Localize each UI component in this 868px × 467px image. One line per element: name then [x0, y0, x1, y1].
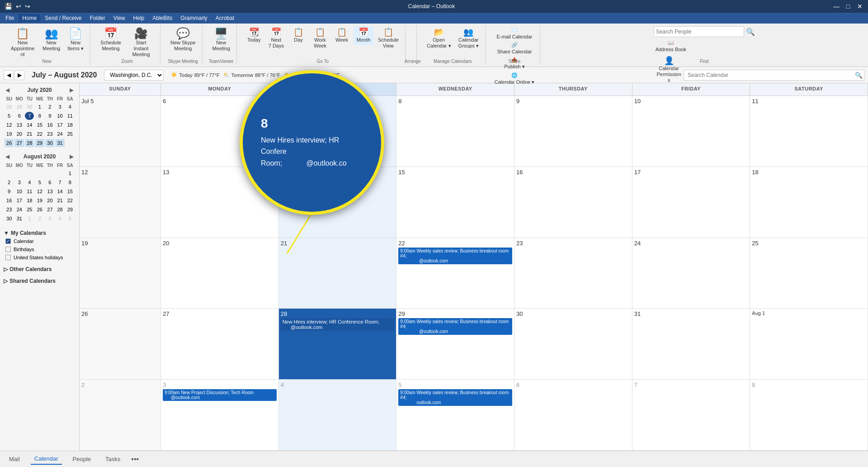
schedule-meeting-button[interactable]: 📅 ScheduleMeeting	[98, 26, 124, 53]
july-day-22[interactable]: 20	[14, 130, 24, 138]
email-calendar-button[interactable]: ✉️ E-mail Calendar	[493, 26, 537, 40]
menu-file[interactable]: File	[2, 14, 18, 22]
minimize-btn[interactable]: —	[832, 2, 841, 11]
cell-jul21[interactable]: 21	[279, 238, 397, 309]
search-people-icon[interactable]: 🔍	[746, 28, 755, 36]
shared-calendars-header[interactable]: ▷ Shared Calendars	[4, 277, 75, 285]
menu-home[interactable]: Home	[19, 14, 40, 22]
calendar-groups-button[interactable]: 👥 CalendarGroups ▾	[456, 26, 481, 51]
july-day-9[interactable]: 7	[25, 112, 34, 120]
july-day-2[interactable]: 30	[25, 103, 34, 111]
july-day-18[interactable]: 16	[45, 121, 54, 129]
aug-prev-btn[interactable]: ◀	[4, 153, 11, 160]
aug-day-8[interactable]: 3	[14, 178, 24, 186]
save-icon[interactable]: 💾	[4, 2, 13, 11]
aug-day-33[interactable]: 28	[55, 205, 64, 214]
location-select[interactable]: Washington, D.C.	[104, 70, 164, 81]
nav-calendar[interactable]: Calendar	[31, 453, 62, 465]
cell-jul15[interactable]: 15	[396, 167, 514, 238]
aug-day-37[interactable]: 1	[25, 214, 34, 223]
maximize-btn[interactable]: □	[844, 2, 853, 11]
cal-item-calendar[interactable]: ✓ Calendar	[4, 237, 75, 245]
july-day-3[interactable]: 1	[35, 103, 44, 111]
aug-day-15[interactable]: 10	[14, 187, 24, 195]
event-aug5[interactable]: 9:00am Weekly sales review; Business bre…	[398, 389, 512, 406]
aug-day-23[interactable]: 18	[25, 196, 34, 205]
aug-day-24[interactable]: 19	[35, 196, 44, 205]
aug-day-26[interactable]: 21	[55, 196, 64, 205]
aug-day-31[interactable]: 26	[35, 205, 44, 214]
july-day-23[interactable]: 21	[25, 130, 34, 138]
today-button[interactable]: 📆 Today	[244, 26, 264, 45]
undo-icon[interactable]: ↩	[15, 2, 22, 11]
cell-jul24[interactable]: 24	[632, 238, 750, 309]
cell-jul12[interactable]: 12	[80, 167, 161, 238]
july-day-8[interactable]: 6	[14, 112, 24, 120]
aug-day-28[interactable]: 23	[5, 205, 14, 214]
event-jul28[interactable]: New Hires interview; HR Conference Room;…	[281, 318, 395, 331]
july-day-5[interactable]: 3	[55, 103, 64, 111]
other-calendars-header[interactable]: ▷ Other Calendars	[4, 265, 75, 273]
menu-view[interactable]: View	[110, 14, 129, 22]
cell-jul31[interactable]: 31	[632, 309, 750, 379]
aug-day-13[interactable]: 8	[66, 178, 75, 186]
month-view-button[interactable]: 📅 Month	[354, 26, 373, 45]
new-appointment-button[interactable]: 📋 NewAppointment	[7, 26, 38, 60]
cell-jul19[interactable]: 19	[80, 238, 161, 309]
address-book-button[interactable]: 📖 Address Book	[654, 39, 688, 53]
cell-jul9[interactable]: 9	[514, 96, 632, 167]
menu-grammarly[interactable]: Grammarly	[177, 14, 211, 22]
july-day-0[interactable]: 28	[5, 103, 14, 111]
cell-jul27[interactable]: 27	[161, 309, 279, 379]
july-day-26[interactable]: 24	[55, 130, 64, 138]
july-day-11[interactable]: 9	[45, 112, 54, 120]
redo-icon[interactable]: ↪	[24, 2, 31, 11]
aug-day-27[interactable]: 22	[66, 196, 75, 205]
nav-people[interactable]: People	[69, 454, 94, 464]
cal-birthdays-checkbox[interactable]	[5, 247, 11, 252]
aug-day-22[interactable]: 17	[14, 196, 24, 205]
cell-jul25[interactable]: 25	[750, 238, 868, 309]
july-day-29[interactable]: 27	[14, 139, 24, 147]
cell-jul29[interactable]: 29 9:00am Weekly sales review; Business …	[396, 309, 514, 379]
menu-help[interactable]: Help	[130, 14, 148, 22]
share-calendar-button[interactable]: 🔗 Share Calendar	[493, 41, 537, 55]
july-day-34[interactable]	[66, 139, 75, 147]
aug-day-39[interactable]: 3	[45, 214, 54, 223]
aug-day-34[interactable]: 29	[66, 205, 75, 214]
event-aug3[interactable]: 9:00am New Project Discussion; Tech Room…	[163, 389, 277, 401]
cell-aug4[interactable]: 4	[279, 380, 397, 450]
cal-calendar-checkbox[interactable]: ✓	[5, 238, 11, 244]
aug-day-9[interactable]: 4	[25, 178, 34, 186]
aug-day-14[interactable]: 9	[5, 187, 14, 195]
cell-aug6[interactable]: 6	[514, 380, 632, 450]
next7days-button[interactable]: 📅 Next7 Days	[266, 26, 287, 51]
aug-day-3[interactable]	[35, 169, 44, 177]
july-day-20[interactable]: 18	[66, 121, 75, 129]
cal-item-birthdays[interactable]: Birthdays	[4, 245, 75, 253]
cell-jul11[interactable]: 11	[750, 96, 868, 167]
july-day-6[interactable]: 4	[66, 103, 75, 111]
july-day-15[interactable]: 13	[14, 121, 24, 129]
july-day-14[interactable]: 12	[5, 121, 14, 129]
search-calendar-icon[interactable]: 🔍	[855, 71, 863, 79]
menu-folder[interactable]: Folder	[86, 14, 109, 22]
aug-day-5[interactable]	[55, 169, 64, 177]
calendar-online-button[interactable]: 🌐 Calendar Online ▾	[493, 71, 537, 86]
july-day-21[interactable]: 19	[5, 130, 14, 138]
cal-holidays-checkbox[interactable]	[5, 255, 11, 260]
aug-day-11[interactable]: 6	[45, 178, 54, 186]
day-view-button[interactable]: 📋 Day	[288, 26, 308, 45]
search-calendar-input[interactable]	[684, 70, 864, 81]
cell-aug5[interactable]: 5 9:00am Weekly sales review; Business b…	[396, 380, 514, 450]
july-day-13[interactable]: 11	[66, 112, 75, 120]
cell-jul18[interactable]: 18	[750, 167, 868, 238]
aug-day-7[interactable]: 2	[5, 178, 14, 186]
event-jul29[interactable]: 9:00am Weekly sales review; Business bre…	[398, 318, 512, 335]
aug-day-0[interactable]	[5, 169, 14, 177]
menu-send-receive[interactable]: Send / Receive	[41, 14, 85, 22]
menu-acrobat[interactable]: Acrobat	[212, 14, 238, 22]
july-day-1[interactable]: 29	[14, 103, 24, 111]
new-tv-meeting-button[interactable]: 🖥️ NewMeeting	[210, 26, 233, 53]
cell-jul16[interactable]: 16	[514, 167, 632, 238]
